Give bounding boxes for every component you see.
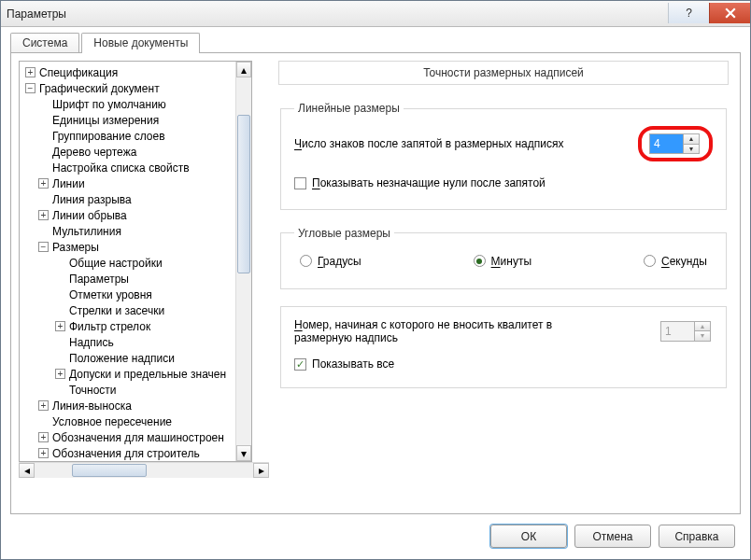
- radio-minutes[interactable]: Минуты: [474, 255, 531, 268]
- tree-item-arrows[interactable]: Стрелки и засечки: [69, 304, 164, 317]
- tree-item-level-marks[interactable]: Отметки уровня: [69, 288, 152, 301]
- tree-item-multiline[interactable]: Мультилиния: [52, 225, 121, 238]
- checkbox-icon: [294, 177, 306, 189]
- decimals-label: Число знаков после запятой в размерных н…: [294, 137, 563, 150]
- spinner-up-icon[interactable]: ▴: [683, 133, 700, 144]
- expand-icon[interactable]: +: [55, 321, 65, 331]
- expand-icon[interactable]: +: [25, 67, 35, 77]
- ok-button[interactable]: ОК: [490, 525, 567, 548]
- collapse-icon[interactable]: −: [38, 242, 49, 252]
- spinner-down-icon[interactable]: ▾: [683, 144, 700, 155]
- expand-icon[interactable]: +: [38, 210, 49, 220]
- checkbox-icon: [294, 358, 306, 371]
- tree-item-spec[interactable]: Спецификация: [39, 66, 118, 79]
- tree-item-cond-intersect[interactable]: Условное пересечение: [52, 415, 172, 428]
- tree-item-graphic-doc[interactable]: Графический документ: [39, 82, 160, 95]
- vertical-scrollbar[interactable]: ▴ ▾: [235, 62, 251, 461]
- quality-input: [660, 321, 694, 342]
- tree-item-general[interactable]: Общие настройки: [69, 257, 163, 270]
- tree-item-units[interactable]: Единицы измерения: [52, 114, 159, 127]
- quality-spinner: ▴ ▾: [660, 321, 713, 342]
- expand-icon[interactable]: +: [38, 448, 49, 458]
- tree-item-label[interactable]: Надпись: [69, 336, 114, 349]
- highlight-ring: ▴ ▾: [638, 126, 713, 161]
- tab-system[interactable]: Система: [10, 33, 79, 53]
- tree-item-lines[interactable]: Линии: [52, 177, 85, 190]
- angular-dimensions-group: Угловые размеры Градусы Минуты Секунд: [280, 227, 727, 289]
- tab-bar: Система Новые документы: [10, 33, 741, 53]
- radio-icon: [300, 255, 312, 267]
- tree-item-font[interactable]: Шрифт по умолчанию: [52, 98, 166, 111]
- tree-item-trailing[interactable]: Обозначения для строитель: [52, 447, 200, 460]
- tab-new-documents[interactable]: Новые документы: [81, 33, 200, 53]
- spinner-up-icon: ▴: [694, 321, 711, 331]
- tree-item-precisions[interactable]: Точности: [69, 384, 117, 397]
- cancel-button[interactable]: Отмена: [574, 525, 651, 548]
- quality-group: Номер, начиная с которого не вносить ква…: [280, 306, 727, 389]
- decimals-input[interactable]: [649, 133, 683, 154]
- scroll-down-icon[interactable]: ▾: [236, 445, 251, 461]
- tree-item-layer-group[interactable]: Группирование слоев: [52, 130, 165, 143]
- scroll-left-icon[interactable]: ◂: [19, 463, 35, 478]
- panel-title: Точности размерных надписей: [278, 61, 729, 85]
- tree-item-drawing-tree[interactable]: Дерево чертежа: [52, 146, 136, 159]
- show-zeros-label: Показывать незначащие нули после запятой: [312, 176, 546, 189]
- settings-dialog: Параметры ? Система Новые документы +Спе…: [0, 0, 751, 560]
- help-titlebar-button[interactable]: ?: [668, 3, 709, 23]
- scroll-right-icon[interactable]: ▸: [253, 463, 269, 478]
- decimals-spinner[interactable]: ▴ ▾: [649, 133, 701, 154]
- tree-item-tolerances[interactable]: Допуски и предельные значен: [69, 368, 226, 381]
- scroll-thumb[interactable]: [237, 115, 250, 273]
- radio-icon: [644, 255, 656, 267]
- tree-item-parameters[interactable]: Параметры: [69, 273, 129, 286]
- tree-item-cutoff-lines[interactable]: Линии обрыва: [52, 209, 127, 222]
- radio-icon: [474, 255, 486, 267]
- scroll-thumb-h[interactable]: [72, 464, 147, 477]
- expand-icon[interactable]: +: [55, 369, 65, 379]
- tree-item-props-list[interactable]: Настройка списка свойств: [52, 161, 190, 175]
- scroll-up-icon[interactable]: ▴: [236, 62, 251, 77]
- quality-label: Номер, начиная с которого не вносить ква…: [294, 318, 584, 344]
- tree-item-dimensions[interactable]: Размеры: [52, 241, 99, 254]
- tree-item-arrow-filter[interactable]: Фильтр стрелок: [69, 320, 150, 333]
- spinner-down-icon: ▾: [694, 330, 711, 342]
- show-all-checkbox[interactable]: Показывать все: [294, 357, 394, 371]
- linear-group-legend: Линейные размеры: [294, 102, 404, 115]
- linear-dimensions-group: Линейные размеры Число знаков после запя…: [280, 102, 727, 210]
- tree-item-label-pos[interactable]: Положение надписи: [69, 352, 175, 365]
- radio-seconds[interactable]: Секунды: [644, 255, 707, 268]
- tree-item-leader[interactable]: Линия-выноска: [52, 399, 132, 413]
- close-icon: [725, 7, 736, 19]
- dialog-buttons: ОК Отмена Справка: [10, 515, 741, 550]
- help-button[interactable]: Справка: [659, 525, 735, 548]
- expand-icon[interactable]: +: [38, 432, 49, 442]
- angular-group-legend: Угловые размеры: [294, 227, 394, 240]
- horizontal-scrollbar[interactable]: ◂ ▸: [19, 462, 269, 478]
- show-trailing-zeros-checkbox[interactable]: Показывать незначащие нули после запятой: [294, 176, 546, 189]
- settings-panel: Точности размерных надписей Линейные раз…: [275, 61, 732, 506]
- titlebar: Параметры ?: [1, 1, 750, 27]
- expand-icon[interactable]: +: [38, 400, 49, 411]
- radio-degrees[interactable]: Градусы: [300, 255, 361, 268]
- window-title: Параметры: [7, 7, 668, 21]
- collapse-icon[interactable]: −: [25, 83, 35, 93]
- expand-icon[interactable]: +: [38, 178, 49, 189]
- tree-item-mech-notes[interactable]: Обозначения для машиностроен: [52, 431, 224, 444]
- show-all-label: Показывать все: [312, 357, 394, 371]
- tree-view[interactable]: +Спецификация −Графический документ Шриф…: [19, 61, 252, 462]
- close-button[interactable]: [709, 3, 750, 23]
- tree-item-break-line[interactable]: Линия разрыва: [52, 193, 132, 206]
